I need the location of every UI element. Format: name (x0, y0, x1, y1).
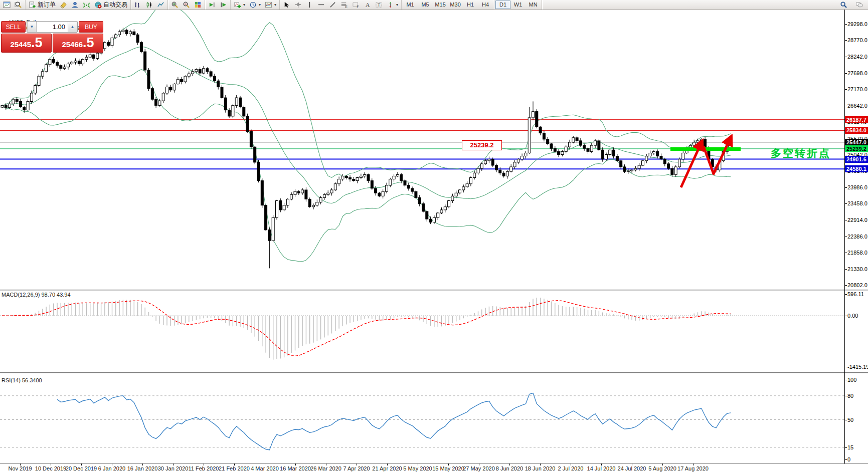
price-level-label: 24580.1 (845, 165, 868, 172)
volume-stepper[interactable]: ▼ 1.00 ▲ (27, 21, 78, 33)
price-level-label: 25447.0 (845, 139, 868, 146)
turning-point-annotation[interactable]: 多空转折点 (771, 146, 831, 160)
sell-price-dec: .5 (31, 34, 43, 51)
candles (1, 28, 732, 268)
price-level-label: 26187.7 (845, 116, 868, 123)
buy-button[interactable]: BUY (79, 21, 103, 33)
sell-price-button[interactable]: 25445.5 (1, 34, 52, 53)
rsi-pane (0, 393, 844, 450)
volume-decrease-button[interactable]: ▼ (27, 22, 37, 32)
macd-signal-line (3, 301, 731, 356)
price-level-label: 25239.2 (845, 145, 868, 152)
buy-price-dec: .5 (83, 34, 94, 51)
sell-price-int: 25445 (10, 36, 31, 53)
buy-price-int: 25466 (62, 36, 83, 53)
sell-button[interactable]: SELL (1, 21, 26, 33)
chart-plot-area[interactable] (0, 0, 868, 473)
price-level-label: 24901.6 (845, 156, 868, 163)
level-lines (0, 120, 844, 169)
volume-increase-button[interactable]: ▲ (68, 22, 77, 32)
volume-value[interactable]: 1.00 (37, 22, 68, 32)
buy-price-button[interactable]: 25466.5 (53, 34, 103, 53)
price-callout-25239[interactable]: 25239.2 (462, 140, 502, 150)
one-click-trading-panel: SELL ▼ 1.00 ▲ BUY 25445.5 25466.5 (1, 21, 103, 53)
mt4-window: 新订单自动交易▾▾▾EFAT▾M1M5M15M30H1H4D1W1MN HK50… (0, 0, 868, 473)
macd-histogram (0, 298, 844, 360)
rsi-line (57, 393, 731, 450)
price-level-label: 25834.0 (845, 127, 868, 134)
